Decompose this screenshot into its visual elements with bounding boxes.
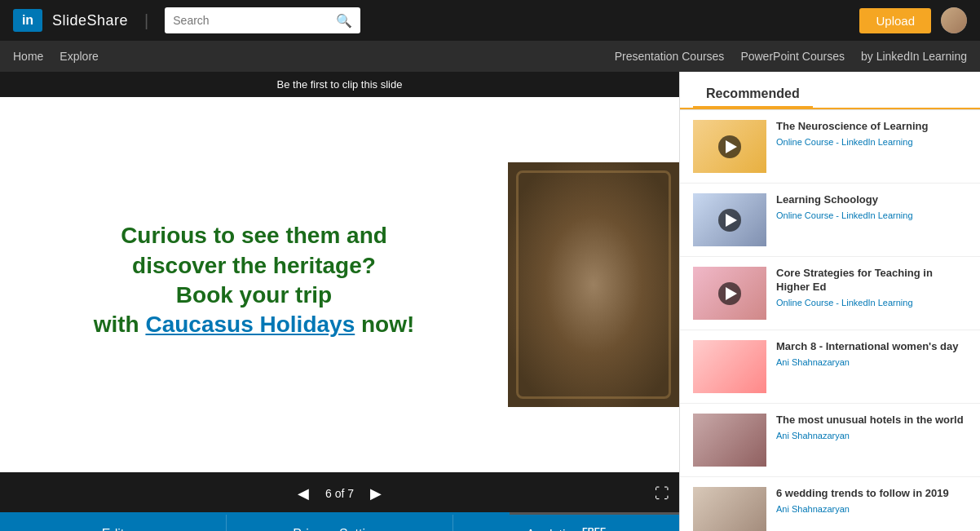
brand-divider: | bbox=[144, 11, 148, 30]
edit-button[interactable]: Edit bbox=[0, 515, 226, 531]
privacy-settings-button[interactable]: Privacy Settings bbox=[226, 515, 453, 531]
slide-image bbox=[508, 162, 679, 407]
rec-info: Learning SchoologyOnline Course - Linked… bbox=[776, 193, 967, 220]
nav-linkedin-learning[interactable]: by LinkedIn Learning bbox=[861, 50, 967, 63]
rec-subtitle: Ani Shahnazaryan bbox=[776, 357, 967, 367]
slide-area: Be the first to clip this slide Curious … bbox=[0, 72, 679, 531]
rec-thumb bbox=[693, 267, 766, 320]
recommended-list: The Neuroscience of LearningOnline Cours… bbox=[680, 110, 980, 531]
rec-subtitle: Online Course - LinkedIn Learning bbox=[776, 210, 967, 220]
rec-title: The Neuroscience of Learning bbox=[776, 120, 967, 134]
nav-explore[interactable]: Explore bbox=[60, 42, 98, 71]
nav-left: Home Explore bbox=[13, 42, 99, 71]
play-triangle bbox=[726, 287, 737, 300]
slide-content: Curious to see them and discover the her… bbox=[0, 97, 679, 472]
recommended-item[interactable]: Core Strategies for Teaching in Higher E… bbox=[680, 257, 980, 330]
rec-info: 6 wedding trends to follow in 2019Ani Sh… bbox=[776, 487, 967, 514]
rec-thumb bbox=[693, 340, 766, 393]
slide-text: Curious to see them and discover the her… bbox=[0, 188, 508, 381]
recommended-item[interactable]: 6 wedding trends to follow in 2019Ani Sh… bbox=[680, 477, 980, 531]
play-icon bbox=[718, 135, 741, 158]
recommended-item[interactable]: March 8 - International women's dayAni S… bbox=[680, 330, 980, 404]
search-bar: 🔍 bbox=[165, 7, 360, 33]
play-icon bbox=[718, 209, 741, 232]
rec-subtitle: Online Course - LinkedIn Learning bbox=[776, 298, 967, 308]
recommended-header: Recommended bbox=[693, 78, 813, 108]
stone-carving-decoration bbox=[508, 162, 679, 407]
user-avatar[interactable] bbox=[941, 7, 967, 33]
search-input[interactable] bbox=[165, 14, 328, 27]
free-badge: FREE bbox=[582, 526, 606, 531]
nav-right: Presentation Courses PowerPoint Courses … bbox=[615, 50, 967, 63]
rec-title: 6 wedding trends to follow in 2019 bbox=[776, 487, 967, 501]
rec-title: Learning Schoology bbox=[776, 193, 967, 207]
rec-thumb bbox=[693, 487, 766, 531]
prev-slide-button[interactable]: ◀ bbox=[288, 478, 319, 509]
play-triangle bbox=[726, 214, 737, 227]
search-button[interactable]: 🔍 bbox=[328, 13, 360, 29]
rec-thumb bbox=[693, 414, 766, 467]
nav-presentation-courses[interactable]: Presentation Courses bbox=[615, 50, 725, 63]
clip-bar: Be the first to clip this slide bbox=[0, 72, 679, 97]
brand-name: SlideShare bbox=[52, 12, 128, 29]
recommended-item[interactable]: The most unusual hotels in the worldAni … bbox=[680, 404, 980, 477]
play-triangle bbox=[726, 140, 737, 153]
sidebar: Recommended The Neuroscience of Learning… bbox=[679, 72, 980, 531]
rec-title: The most unusual hotels in the world bbox=[776, 414, 967, 427]
rec-info: The most unusual hotels in the worldAni … bbox=[776, 414, 967, 440]
rec-title: March 8 - International women's day bbox=[776, 340, 967, 354]
next-slide-button[interactable]: ▶ bbox=[360, 478, 391, 509]
rec-subtitle: Ani Shahnazaryan bbox=[776, 504, 967, 514]
nav-home[interactable]: Home bbox=[13, 42, 43, 71]
main-nav: Home Explore Presentation Courses PowerP… bbox=[0, 41, 980, 72]
controls-bar: ◀ 6 of 7 ▶ ⛶ bbox=[0, 472, 679, 515]
fullscreen-button[interactable]: ⛶ bbox=[655, 485, 669, 502]
recommended-item[interactable]: Learning SchoologyOnline Course - Linked… bbox=[680, 184, 980, 257]
nav-powerpoint-courses[interactable]: PowerPoint Courses bbox=[740, 50, 845, 63]
recommended-item[interactable]: The Neuroscience of LearningOnline Cours… bbox=[680, 110, 980, 184]
slide-inner: Curious to see them and discover the her… bbox=[0, 97, 679, 472]
rec-thumb bbox=[693, 193, 766, 246]
slide-heading: Curious to see them and discover the her… bbox=[24, 221, 483, 340]
rec-info: March 8 - International women's dayAni S… bbox=[776, 340, 967, 367]
action-buttons: Edit Privacy Settings Analytics FREE bbox=[0, 515, 679, 531]
rec-subtitle: Online Course - LinkedIn Learning bbox=[776, 137, 967, 147]
rec-thumb bbox=[693, 120, 766, 173]
play-icon bbox=[718, 282, 741, 305]
slide-link[interactable]: Caucasus Holidays bbox=[145, 312, 355, 337]
progress-bar bbox=[0, 512, 679, 515]
linkedin-logo: in bbox=[13, 9, 42, 32]
upload-button[interactable]: Upload bbox=[859, 8, 931, 33]
slide-counter: 6 of 7 bbox=[319, 487, 360, 500]
rec-title: Core Strategies for Teaching in Higher E… bbox=[776, 267, 967, 294]
rec-info: The Neuroscience of LearningOnline Cours… bbox=[776, 120, 967, 147]
site-header: in SlideShare | 🔍 Upload bbox=[0, 0, 980, 41]
analytics-button[interactable]: Analytics FREE bbox=[453, 515, 679, 531]
progress-fill bbox=[0, 512, 510, 515]
rec-subtitle: Ani Shahnazaryan bbox=[776, 431, 967, 440]
main-content: Be the first to clip this slide Curious … bbox=[0, 72, 980, 531]
rec-info: Core Strategies for Teaching in Higher E… bbox=[776, 267, 967, 308]
